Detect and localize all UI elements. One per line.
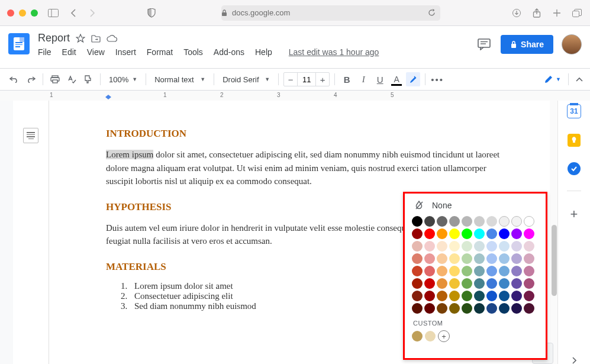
show-outline-button[interactable] [23,128,38,143]
more-toolbar-button[interactable]: ••• [430,72,444,86]
color-swatch[interactable] [412,278,423,289]
add-custom-color-button[interactable]: + [438,330,450,342]
color-swatch[interactable] [486,241,497,252]
color-swatch[interactable] [412,228,423,239]
menu-tools[interactable]: Tools [183,47,203,57]
color-swatch[interactable] [437,228,447,239]
downloads-icon[interactable] [511,7,523,19]
url-bar[interactable]: docs.google.com [221,5,440,21]
underline-button[interactable]: U [373,72,387,86]
color-swatch[interactable] [412,241,423,252]
color-swatch[interactable] [449,303,460,314]
color-swatch[interactable] [462,253,472,264]
menu-format[interactable]: Format [147,47,173,57]
color-swatch[interactable] [424,266,435,276]
color-swatch[interactable] [524,241,534,252]
color-swatch[interactable] [424,216,435,227]
color-swatch[interactable] [474,266,485,276]
keep-addon-icon[interactable] [568,134,581,147]
color-swatch[interactable] [424,228,435,239]
color-swatch[interactable] [449,216,460,227]
color-swatch[interactable] [424,291,435,301]
decrease-font-button[interactable]: − [284,73,297,86]
cloud-status-icon[interactable] [107,34,117,42]
color-swatch[interactable] [486,216,497,227]
color-swatch[interactable] [437,253,447,264]
color-swatch[interactable] [449,266,460,276]
tasks-addon-icon[interactable] [568,162,581,175]
color-swatch[interactable] [462,266,472,276]
color-swatch[interactable] [511,278,522,289]
color-swatch[interactable] [511,228,522,239]
color-swatch[interactable] [412,253,423,264]
close-window[interactable] [7,9,14,17]
last-edit-label[interactable]: Last edit was 1 hour ago [289,47,379,57]
italic-button[interactable]: I [356,72,370,86]
color-swatch[interactable] [499,266,510,276]
spellcheck-button[interactable] [65,72,79,86]
color-swatch[interactable] [499,291,510,301]
bold-button[interactable]: B [340,72,354,86]
menu-file[interactable]: File [38,47,51,57]
docs-logo-icon[interactable] [8,33,30,54]
star-icon[interactable] [76,34,85,43]
color-swatch[interactable] [486,278,497,289]
color-swatch[interactable] [499,228,510,239]
scrollbar-thumb[interactable] [552,225,557,296]
sidebar-toggle-icon[interactable] [47,7,59,19]
section-body[interactable]: Lorem ipsum dolor sit amet, consectetuer… [106,148,504,188]
color-swatch[interactable] [511,253,522,264]
color-swatch[interactable] [511,266,522,276]
menu-help[interactable]: Help [255,47,272,57]
color-swatch[interactable] [474,241,485,252]
color-swatch[interactable] [424,241,435,252]
color-swatch[interactable] [437,216,447,227]
color-swatch[interactable] [524,253,534,264]
color-swatch[interactable] [511,241,522,252]
color-swatch[interactable] [499,303,510,314]
font-size-input[interactable] [297,73,316,86]
move-icon[interactable] [91,34,101,43]
color-swatch[interactable] [524,228,534,239]
color-swatch[interactable] [499,278,510,289]
increase-font-button[interactable]: + [316,73,329,86]
color-swatch[interactable] [474,253,485,264]
color-swatch[interactable] [437,303,447,314]
menu-addons[interactable]: Add-ons [214,47,244,57]
share-system-icon[interactable] [531,7,543,19]
share-button[interactable]: Share [501,35,553,54]
collapse-toolbar-button[interactable] [576,77,583,82]
custom-color-swatch[interactable] [425,331,436,342]
document-title[interactable]: Report [38,32,70,44]
color-swatch[interactable] [486,291,497,301]
tabs-icon[interactable] [571,7,583,19]
menu-view[interactable]: View [87,47,105,57]
text-color-button[interactable]: A [389,72,404,86]
menu-edit[interactable]: Edit [62,47,76,57]
color-swatch[interactable] [511,303,522,314]
color-swatch[interactable] [462,228,472,239]
scrollbar[interactable] [550,101,558,364]
color-swatch[interactable] [474,228,485,239]
color-swatch[interactable] [486,266,497,276]
color-swatch[interactable] [499,253,510,264]
color-swatch[interactable] [524,266,534,276]
color-swatch[interactable] [424,278,435,289]
maximize-window[interactable] [31,9,38,17]
undo-button[interactable] [7,72,21,86]
color-swatch[interactable] [412,303,423,314]
color-none-row[interactable]: None [412,199,539,216]
color-swatch[interactable] [474,278,485,289]
get-addons-button[interactable]: + [570,207,578,222]
color-swatch[interactable] [449,278,460,289]
reload-icon[interactable] [428,9,436,17]
indent-marker[interactable] [105,95,111,99]
color-swatch[interactable] [412,291,423,301]
color-swatch[interactable] [424,303,435,314]
color-swatch[interactable] [474,216,485,227]
editing-mode-button[interactable]: ▼ [544,75,561,84]
color-swatch[interactable] [524,278,534,289]
color-swatch[interactable] [499,216,510,227]
minimize-window[interactable] [19,9,26,17]
highlight-color-button[interactable] [406,72,420,86]
